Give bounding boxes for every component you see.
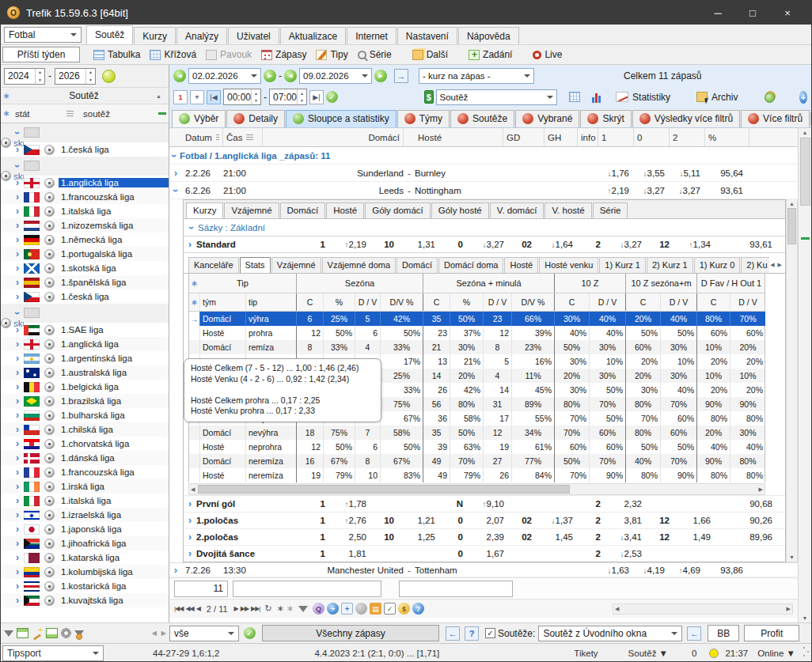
splitter-grip[interactable] bbox=[158, 112, 166, 115]
coins-icon[interactable] bbox=[765, 91, 774, 103]
all-matches-button[interactable]: Všechny zápasy bbox=[262, 625, 439, 641]
expand-icon[interactable]: › bbox=[169, 169, 182, 177]
competition-row[interactable]: › 1.australská liga bbox=[1, 365, 169, 380]
competition-row[interactable]: › 1.kuvajtská liga bbox=[1, 593, 169, 607]
expand-icon[interactable]: › bbox=[184, 240, 196, 248]
competition-row[interactable]: › 1.portugalská liga bbox=[1, 247, 169, 261]
expand-icon[interactable]: › bbox=[11, 440, 24, 448]
menu-tab[interactable]: Nápověda bbox=[458, 27, 519, 44]
toolbar-serie[interactable]: Série bbox=[354, 47, 396, 62]
odds-mode-select[interactable]: - kurz na zápas - bbox=[419, 68, 534, 84]
date-prev-icon[interactable]: ◀ bbox=[284, 70, 297, 82]
add-table-icon[interactable] bbox=[569, 92, 580, 102]
competition-row[interactable]: › 1.francouzská liga bbox=[1, 190, 169, 204]
expand-icon[interactable]: › bbox=[11, 482, 24, 490]
settings-gear-icon[interactable] bbox=[61, 628, 71, 638]
add-circle-icon[interactable]: + bbox=[799, 91, 807, 104]
competition-row[interactable]: › 1.italská liga bbox=[1, 494, 169, 508]
money-coin-icon[interactable]: $ bbox=[398, 603, 410, 615]
detail-tab[interactable]: Série bbox=[593, 202, 628, 218]
expand-icon[interactable]: › bbox=[11, 326, 24, 334]
zoom-add-icon[interactable]: + bbox=[327, 603, 339, 615]
apply-check-icon[interactable]: ✓ bbox=[244, 627, 256, 639]
date-prev-icon[interactable]: ◀ bbox=[173, 70, 186, 82]
profit-button[interactable]: Profit bbox=[744, 625, 799, 641]
competition-row[interactable]: › 1.brazilská liga bbox=[1, 394, 169, 408]
tabs-scroll-right-icon[interactable]: ▶ bbox=[778, 262, 782, 268]
expand-icon[interactable]: › bbox=[184, 500, 196, 508]
toolbar-tipy[interactable]: Tipy bbox=[312, 47, 351, 62]
stats-tab[interactable]: 1) Kurz 1 bbox=[599, 257, 646, 273]
stats-tab[interactable]: 2) Ku bbox=[741, 257, 768, 273]
bottom-horizontal-scrollbar[interactable]: ◀ ▶ bbox=[613, 603, 793, 615]
time-from-spinner[interactable]: 00:00▲▼ bbox=[223, 89, 261, 105]
match-row[interactable]: › 7.2.26 13:30 Manchester United - Totte… bbox=[169, 562, 798, 577]
menu-tab[interactable]: Nastavení bbox=[397, 27, 457, 44]
filter-tab[interactable]: Výsledky více filtrů bbox=[632, 110, 740, 127]
col-k0[interactable]: 0 bbox=[634, 128, 670, 146]
competition-row[interactable]: › 1.nizozemská liga bbox=[1, 218, 169, 233]
expand-icon[interactable]: › bbox=[11, 454, 24, 462]
expand-icon[interactable]: › bbox=[11, 250, 24, 258]
expand-icon[interactable]: › bbox=[11, 497, 24, 505]
filter-tab[interactable]: Vybrané bbox=[515, 110, 579, 127]
competition-row[interactable]: › 1.francouzská liga bbox=[1, 465, 169, 479]
asterisk-outline-icon[interactable]: ∗ bbox=[286, 603, 294, 614]
insert-left-icon[interactable]: ← bbox=[687, 626, 701, 641]
next-week-button[interactable]: Příští týden bbox=[2, 47, 80, 62]
competition-row[interactable]: › skupina : České fotbalové sou bbox=[1, 123, 169, 142]
bar-chart-icon[interactable] bbox=[592, 92, 601, 103]
competition-row[interactable]: › 1.italská liga bbox=[1, 204, 169, 218]
expand-icon[interactable]: › bbox=[11, 278, 24, 286]
toolbar-live[interactable]: Live bbox=[529, 47, 566, 62]
refresh-icon[interactable]: ↻ bbox=[262, 603, 274, 614]
bet-type-row[interactable]: › Standard 1↑2,19 101,31 0↓3,27 02↓1,64 … bbox=[184, 236, 785, 253]
competition-row[interactable]: › 1.SAE liga bbox=[1, 323, 169, 337]
stats-horizontal-scrollbar[interactable]: ◀ ▶ bbox=[188, 483, 765, 495]
fit-columns-icon[interactable]: + bbox=[190, 90, 204, 104]
col-k2[interactable]: 2 bbox=[670, 128, 705, 146]
competition-row[interactable]: › 1.argentinská liga bbox=[1, 351, 169, 365]
prev-page-icon[interactable]: ◀ bbox=[196, 605, 200, 612]
date-to-picker[interactable]: 09.02.2026 bbox=[299, 68, 372, 84]
match-row-expanded[interactable]: › 6.2.26 21:00 Leeds - Nottingham ↑2,19 … bbox=[169, 182, 798, 199]
count-input[interactable]: 11 bbox=[174, 581, 228, 597]
bb-button[interactable]: BB bbox=[708, 625, 739, 641]
filter-tab[interactable]: Skrýt bbox=[580, 110, 631, 127]
help-icon[interactable]: ? bbox=[412, 603, 424, 615]
detail-tab[interactable]: Domácí bbox=[280, 202, 326, 218]
menu-tab[interactable]: Internet bbox=[347, 27, 397, 44]
money-icon[interactable]: $ bbox=[424, 90, 434, 104]
asterisk-icon[interactable]: ∗ bbox=[277, 603, 284, 614]
expand-icon[interactable]: › bbox=[11, 554, 24, 562]
time-start-icon[interactable]: |◀ bbox=[207, 90, 221, 104]
fast-prev-icon[interactable]: ◀◀ bbox=[185, 605, 193, 612]
insert-left-icon[interactable]: ← bbox=[446, 626, 460, 641]
scroll-left-icon[interactable]: ◀ bbox=[152, 630, 157, 637]
competition-row[interactable]: › 1.anglická liga bbox=[1, 337, 169, 351]
toolbar-tabulka[interactable]: Tabulka bbox=[89, 47, 144, 62]
expand-icon[interactable]: › bbox=[11, 511, 24, 519]
stats-tab[interactable]: Domácí doma bbox=[438, 257, 503, 273]
competition-row[interactable]: › 1.anglická liga bbox=[1, 176, 169, 190]
goto-date-icon[interactable]: → bbox=[394, 69, 408, 83]
filter-input-2[interactable] bbox=[399, 581, 513, 597]
expand-icon[interactable]: › bbox=[11, 525, 24, 533]
expand-icon[interactable]: › bbox=[11, 582, 24, 590]
competition-row[interactable]: › 1.belgická liga bbox=[1, 380, 169, 394]
stats-tab[interactable]: Hosté bbox=[504, 257, 538, 273]
expand-icon[interactable]: › bbox=[184, 516, 196, 524]
competition-row[interactable]: › 1.irská liga bbox=[1, 479, 169, 494]
layout-bottom-icon[interactable] bbox=[46, 628, 58, 638]
stats-row[interactable]: Domácívýhra 625% 542% 3550% 2366% 30%40%… bbox=[189, 312, 765, 326]
stats-tab[interactable]: Vzájemné doma bbox=[322, 257, 397, 273]
competition-row[interactable]: › 1.chorvatská liga bbox=[1, 437, 169, 451]
expand-icon[interactable]: › bbox=[11, 236, 24, 244]
stats-tab[interactable]: Stats bbox=[240, 257, 271, 273]
filter-tab[interactable]: Výběr bbox=[172, 110, 226, 127]
main-vertical-scrollbar[interactable]: ▲ ▼ bbox=[798, 128, 811, 622]
time-end-icon[interactable]: ▶| bbox=[309, 90, 324, 104]
col-gh[interactable]: GH bbox=[544, 128, 578, 146]
expand-icon[interactable]: › bbox=[11, 568, 24, 576]
toolbar-dalsi[interactable]: Další bbox=[408, 47, 452, 62]
